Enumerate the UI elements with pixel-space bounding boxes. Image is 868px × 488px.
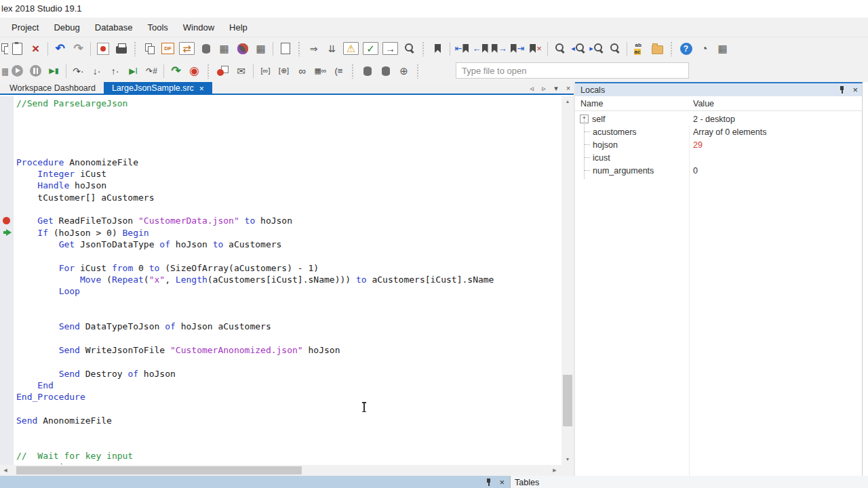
step-out-icon[interactable]: ↑· xyxy=(106,62,124,80)
table-search-icon[interactable]: ▦ xyxy=(252,40,270,58)
start-debug-icon[interactable] xyxy=(8,62,26,80)
scroll-left-icon[interactable]: ◀ xyxy=(0,465,11,476)
step-icon[interactable]: ▶▮ xyxy=(45,62,63,80)
vertical-scroll-thumb[interactable] xyxy=(563,375,572,426)
column-header-name[interactable]: Name xyxy=(575,99,689,108)
locals-window-icon[interactable]: ∞ xyxy=(293,62,311,80)
locals-row-self[interactable]: +self2 - desktop xyxy=(575,113,862,125)
code-line[interactable] xyxy=(16,250,561,262)
code-line[interactable] xyxy=(16,333,561,344)
bookmark-prev-icon[interactable]: ← xyxy=(471,40,490,58)
menu-item-project[interactable]: Project xyxy=(4,22,46,33)
code-line[interactable] xyxy=(16,203,561,215)
find-prev-icon[interactable]: ◂ xyxy=(569,40,587,58)
find-next-icon[interactable]: ▸ xyxy=(587,40,606,58)
horizontal-scroll-thumb[interactable] xyxy=(16,466,302,474)
code-line[interactable] xyxy=(16,439,561,450)
code-line[interactable]: Get JsonToDataType of hoJson to aCustome… xyxy=(16,239,561,250)
bookmark-last-icon[interactable]: ⇥ xyxy=(508,40,526,58)
new-file-icon[interactable] xyxy=(276,40,294,58)
locals-row-hojson[interactable]: hojson29 xyxy=(575,138,862,151)
code-line[interactable]: Handle hoJson xyxy=(16,180,561,191)
record-macro-icon[interactable] xyxy=(94,40,112,58)
table-properties-icon[interactable]: ▦ xyxy=(713,40,732,58)
run-program-icon[interactable]: → xyxy=(382,42,398,55)
code-line[interactable] xyxy=(16,356,561,367)
history-icon[interactable]: ◔ xyxy=(695,40,713,58)
scroll-up-icon[interactable]: ▲ xyxy=(561,96,574,107)
find-icon[interactable] xyxy=(551,40,569,58)
code-line[interactable]: End_Procedure xyxy=(16,391,561,403)
code-text-area[interactable]: //Send ParseLargeJsonProcedure Anonomize… xyxy=(16,96,561,464)
horizontal-scrollbar[interactable]: ◀ ▶ xyxy=(0,465,561,476)
step-into-icon[interactable]: ↓· xyxy=(87,62,106,80)
database-web-icon[interactable]: ⊕ xyxy=(395,62,413,80)
run-to-cursor-icon[interactable]: ▶I xyxy=(124,62,142,80)
scroll-right-icon[interactable]: ▶ xyxy=(549,465,560,476)
code-line[interactable]: tCustomer[] aCustomers xyxy=(16,192,561,203)
set-next-statement-icon[interactable]: ↷# xyxy=(142,62,161,80)
tab-largejsonsample-src[interactable]: LargeJsonSample.src× xyxy=(104,82,212,95)
copy-icon[interactable] xyxy=(1,40,8,58)
switch-workspace-icon[interactable]: ⇄ xyxy=(179,42,195,55)
code-line[interactable]: //Send ParseLargeJson xyxy=(16,98,561,109)
code-line[interactable]: Send WriteJsonToFile "CustomerAnonomized… xyxy=(16,344,561,356)
code-line[interactable]: Integer iCust xyxy=(16,168,561,180)
table-grid-icon[interactable]: ▦ xyxy=(215,40,233,58)
toggle-breakpoint-icon[interactable] xyxy=(214,62,232,80)
paste-icon[interactable] xyxy=(8,40,26,58)
menu-item-tools[interactable]: Tools xyxy=(140,22,175,33)
code-line[interactable]: Integer iKey xyxy=(16,462,561,464)
watch-window-icon[interactable]: [∞] xyxy=(256,62,275,80)
menu-item-window[interactable]: Window xyxy=(176,22,222,33)
breakpoint-icon[interactable] xyxy=(3,217,10,224)
preview-icon[interactable] xyxy=(400,40,418,58)
print-icon[interactable] xyxy=(112,40,130,58)
bottom-panel-caption[interactable]: × xyxy=(0,476,510,488)
bookmark-clear-icon[interactable]: × xyxy=(526,40,545,58)
find-in-files-icon[interactable] xyxy=(606,40,624,58)
pin-icon[interactable] xyxy=(486,478,492,487)
clipped-icon[interactable]: ▦ xyxy=(1,62,8,80)
code-line[interactable]: End xyxy=(16,380,561,391)
close-icon[interactable]: × xyxy=(499,478,505,487)
tab-scroll-right-icon[interactable]: ▹ xyxy=(540,84,548,93)
editor-gutter[interactable] xyxy=(0,96,14,465)
file-open-input[interactable] xyxy=(456,62,689,79)
tab-workspace-dashboard[interactable]: Workspace Dashboard xyxy=(1,82,104,95)
tab-close-all-icon[interactable]: × xyxy=(564,84,572,93)
code-line[interactable]: Send DataTypeToJson of hoJson aCustomers xyxy=(16,321,561,332)
compile-icon[interactable]: ⇒ xyxy=(304,40,323,58)
locals-row-acustomers[interactable]: acustomersArray of 0 elements xyxy=(575,125,862,138)
menu-item-debug[interactable]: Debug xyxy=(46,22,87,33)
menu-item-database[interactable]: Database xyxy=(87,22,140,33)
bookmark-next-icon[interactable]: → xyxy=(490,40,508,58)
tables-panel-label[interactable]: Tables xyxy=(510,476,868,488)
delete-icon[interactable]: × xyxy=(26,40,45,58)
pin-icon[interactable] xyxy=(839,85,846,94)
panels-icon[interactable] xyxy=(140,40,159,58)
help-icon[interactable] xyxy=(677,40,695,58)
autos-window-icon[interactable]: ▦∞ xyxy=(311,62,330,80)
locals-panel-header[interactable]: Locals × xyxy=(575,83,862,96)
bookmark-toggle-icon[interactable] xyxy=(429,40,447,58)
code-line[interactable]: For iCust from 0 to (SizeOfArray(aCustom… xyxy=(16,262,561,274)
column-divider[interactable] xyxy=(689,125,690,479)
close-icon[interactable]: × xyxy=(852,85,858,94)
code-line[interactable] xyxy=(16,144,561,156)
data-dictionary-icon[interactable] xyxy=(197,40,215,58)
code-line[interactable]: Send Destroy of hoJson xyxy=(16,368,561,380)
redo-icon[interactable]: ↷ xyxy=(69,40,87,58)
code-line[interactable]: Get ReadFileToJson "CustomerData.json" t… xyxy=(16,215,561,226)
breakpoints-window-icon[interactable]: ✉ xyxy=(232,62,250,80)
code-line[interactable] xyxy=(16,309,561,321)
tab-list-dropdown-icon[interactable]: ▾ xyxy=(552,84,560,93)
step-over-icon[interactable]: ↷· xyxy=(69,62,87,80)
break-all-icon[interactable] xyxy=(26,62,45,80)
code-line[interactable]: Procedure AnonomizeFile xyxy=(16,157,561,168)
code-line[interactable] xyxy=(16,133,561,144)
vertical-scrollbar[interactable]: ▲ ▼ xyxy=(561,96,574,465)
replace-icon[interactable] xyxy=(630,40,648,58)
column-header-value[interactable]: Value xyxy=(689,99,714,108)
code-line[interactable] xyxy=(16,109,561,121)
